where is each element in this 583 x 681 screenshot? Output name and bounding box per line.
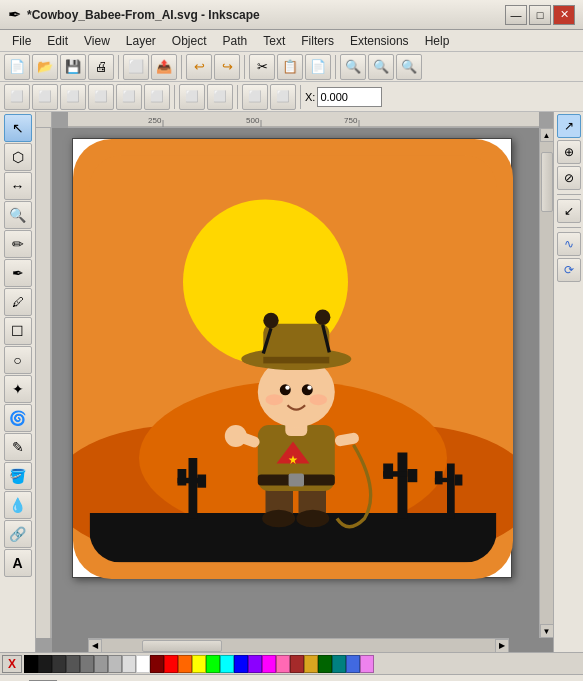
circle-tool-button[interactable]: ○ [4,346,32,374]
color-swatch-purple[interactable] [248,655,262,673]
snap-enable-button[interactable]: ↗ [557,114,581,138]
color-swatch-magenta[interactable] [262,655,276,673]
color-swatch-gold[interactable] [304,655,318,673]
flip-h-btn[interactable]: ⬜ [116,84,142,110]
spiral-tool-button[interactable]: 🌀 [4,404,32,432]
zoom-out-button[interactable]: 🔍 [340,54,366,80]
tweak-tool-button[interactable]: ↔ [4,172,32,200]
scroll-thumb-vertical[interactable] [541,152,553,212]
sep7 [300,85,301,109]
menu-filters[interactable]: Filters [293,32,342,50]
x-coordinate-input[interactable] [317,87,382,107]
select-tool-button[interactable]: ↖ [4,114,32,142]
snap-nodes-button[interactable]: ⊕ [557,140,581,164]
color-swatch-royalblue[interactable] [346,655,360,673]
color-swatch-darkgreen[interactable] [318,655,332,673]
menu-view[interactable]: View [76,32,118,50]
color-swatch-darkgray1[interactable] [38,655,52,673]
open-button[interactable]: 📂 [32,54,58,80]
snap-curves-button[interactable]: ∿ [557,232,581,256]
save-button[interactable]: 💾 [60,54,86,80]
zoom-tool-button[interactable]: 🔍 [4,201,32,229]
minimize-button[interactable]: — [505,5,527,25]
color-swatch-white[interactable] [136,655,150,673]
fill-tool-button[interactable]: 🪣 [4,462,32,490]
cut-button[interactable]: ✂ [249,54,275,80]
menu-layer[interactable]: Layer [118,32,164,50]
no-color-button[interactable]: X [2,655,22,673]
copy-button[interactable]: 📋 [277,54,303,80]
node-tool-button[interactable]: ⬡ [4,143,32,171]
maximize-button[interactable]: □ [529,5,551,25]
scroll-up-arrow[interactable]: ▲ [540,128,554,142]
color-swatch-teal[interactable] [332,655,346,673]
transform-btn[interactable]: ⬜ [88,84,114,110]
undo-button[interactable]: ↩ [186,54,212,80]
canvas-inner[interactable] [52,128,553,652]
lower-btn[interactable]: ⬜ [270,84,296,110]
snap-bbox-button[interactable]: ⊘ [557,166,581,190]
color-swatch-darkgray2[interactable] [52,655,66,673]
rect-tool-button[interactable]: ☐ [4,317,32,345]
pencil-tool-button[interactable]: ✏ [4,230,32,258]
scroll-down-arrow[interactable]: ▼ [540,624,554,638]
color-swatch-orange[interactable] [178,655,192,673]
scroll-left-arrow[interactable]: ◀ [88,639,102,653]
scroll-track-horizontal[interactable] [102,639,495,653]
dropper-tool-button[interactable]: 💧 [4,491,32,519]
menu-file[interactable]: File [4,32,39,50]
color-swatch-green[interactable] [206,655,220,673]
menu-help[interactable]: Help [417,32,458,50]
zoom-in-button[interactable]: 🔍 [368,54,394,80]
freehand-tool-button[interactable]: ✎ [4,433,32,461]
pen-tool-button[interactable]: ✒ [4,259,32,287]
flip-v-btn[interactable]: ⬜ [144,84,170,110]
zoom-fit-button[interactable]: 🔍 [396,54,422,80]
align-left-btn[interactable]: ⬜ [4,84,30,110]
color-swatch-lightgray1[interactable] [108,655,122,673]
color-swatch-pink[interactable] [276,655,290,673]
import-button[interactable]: ⬜ [123,54,149,80]
canvas-area[interactable]: 250 500 750 [36,112,553,652]
color-swatch-black[interactable] [24,655,38,673]
color-swatch-violet[interactable] [360,655,374,673]
menu-edit[interactable]: Edit [39,32,76,50]
color-swatch-red[interactable] [164,655,178,673]
align-right-btn[interactable]: ⬜ [60,84,86,110]
menu-text[interactable]: Text [255,32,293,50]
export-button[interactable]: 📤 [151,54,177,80]
scroll-thumb-horizontal[interactable] [142,640,222,652]
color-swatch-cyan[interactable] [220,655,234,673]
color-swatch-darkred[interactable] [150,655,164,673]
menu-path[interactable]: Path [215,32,256,50]
group-btn[interactable]: ⬜ [179,84,205,110]
menu-object[interactable]: Object [164,32,215,50]
connector-tool-button[interactable]: 🔗 [4,520,32,548]
scroll-track-vertical[interactable] [540,142,554,624]
color-swatch-yellow[interactable] [192,655,206,673]
snap-midpoints-button[interactable]: ↙ [557,199,581,223]
color-swatch-brown[interactable] [290,655,304,673]
redo-button[interactable]: ↪ [214,54,240,80]
raise-btn[interactable]: ⬜ [242,84,268,110]
color-swatch-gray2[interactable] [80,655,94,673]
close-button[interactable]: ✕ [553,5,575,25]
color-swatch-gray3[interactable] [94,655,108,673]
star-tool-button[interactable]: ✦ [4,375,32,403]
calligraphy-tool-button[interactable]: 🖊 [4,288,32,316]
color-swatch-blue[interactable] [234,655,248,673]
menu-extensions[interactable]: Extensions [342,32,417,50]
color-swatch-gray1[interactable] [66,655,80,673]
svg-point-44 [263,313,278,328]
new-button[interactable]: 📄 [4,54,30,80]
scroll-right-arrow[interactable]: ▶ [495,639,509,653]
paste-button[interactable]: 📄 [305,54,331,80]
color-swatch-lightgray2[interactable] [122,655,136,673]
scrollbar-bottom[interactable]: ◀ ▶ [88,638,509,652]
align-center-btn[interactable]: ⬜ [32,84,58,110]
scrollbar-right[interactable]: ▲ ▼ [539,128,553,638]
ungroup-btn[interactable]: ⬜ [207,84,233,110]
snap-rotate-button[interactable]: ⟳ [557,258,581,282]
print-button[interactable]: 🖨 [88,54,114,80]
text-tool-button[interactable]: A [4,549,32,577]
